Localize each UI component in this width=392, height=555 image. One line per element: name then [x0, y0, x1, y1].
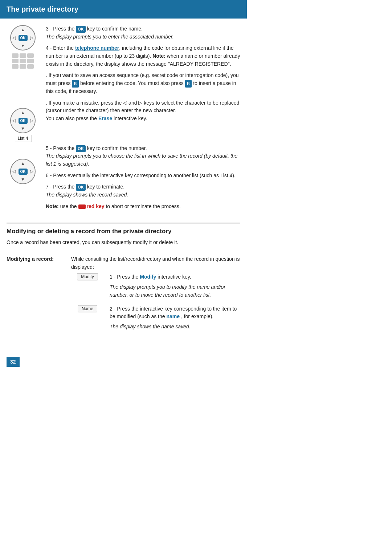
ok-badge-3: OK [76, 26, 86, 33]
keypad-key [12, 64, 19, 69]
ok-button-3[interactable]: OK [19, 169, 28, 175]
modify-record-right: While consulting the list/record/directo… [71, 255, 240, 333]
r-symbol-2: R [185, 80, 192, 88]
device-1: ▲ ▼ ◁ ▷ OK [10, 25, 36, 69]
step5-italic: The display prompts you to choose the li… [46, 153, 237, 167]
left-illustrations: ▲ ▼ ◁ ▷ OK [7, 25, 39, 214]
r-symbol-1: R [72, 80, 79, 88]
step5-text: 5 - Press the OK key to confirm the numb… [46, 145, 240, 168]
erase-label: Erase [98, 116, 112, 121]
ok-badge-7: OK [76, 184, 86, 191]
ok-badge-5: OK [76, 145, 86, 152]
keypad-1 [12, 53, 34, 69]
modify-blue-label: Modify [140, 274, 156, 280]
modify-step1-row: Modify 1 - Press the Modify interactive … [71, 273, 240, 301]
step4-mistake: . If you make a mistake, press the ◁ and… [46, 99, 240, 123]
right-arrow-char: ▷ [138, 100, 142, 106]
list4-label: List 4 [14, 135, 32, 142]
ok-button-2[interactable]: OK [19, 118, 28, 124]
page-header: The private directory [0, 0, 247, 19]
step4-access: . If you want to save an access sequence… [46, 72, 240, 95]
modify-step2-italic: The display shows the name saved. [110, 323, 240, 331]
modify-step2-row: Name 2 - Press the interactive key corre… [71, 305, 240, 333]
arrow-right-2: ▷ [30, 118, 33, 123]
keypad-key [20, 64, 26, 69]
nav-ring-1: ▲ ▼ ◁ ▷ OK [10, 25, 36, 50]
right-text-section: 3 - Press the OK key to confirm the name… [46, 25, 240, 214]
name-btn-col: Name [71, 305, 104, 315]
step4-note-bold: Note: [152, 53, 166, 59]
red-key-text: red key [87, 203, 105, 209]
arrow-up-2: ▲ [21, 110, 25, 115]
red-key-icon [78, 204, 86, 209]
arrow-left-3: ◁ [12, 169, 16, 174]
modify-step1-italic: The display prompts you to modify the na… [110, 283, 240, 299]
arrow-up-1: ▲ [21, 27, 25, 32]
arrow-left-2: ◁ [12, 118, 16, 123]
modify-record-row: Modifying a record: While consulting the… [7, 252, 240, 337]
step6-text: 6 - Press eventually the interactive key… [46, 172, 240, 180]
ok-button-1[interactable]: OK [19, 35, 28, 41]
arrow-up-3: ▲ [21, 161, 25, 166]
step4-text: 4 - Enter the telephone number, includin… [46, 44, 240, 68]
nav-ring-3: ▲ ▼ ◁ ▷ OK [10, 159, 36, 184]
left-arrow-char: ◁ [123, 100, 127, 106]
keypad-key [27, 64, 34, 69]
keypad-key [12, 59, 19, 63]
arrow-right-3: ▷ [30, 169, 33, 174]
arrow-left-1: ◁ [12, 35, 16, 40]
keypad-key [20, 53, 26, 58]
arrow-right-1: ▷ [30, 35, 33, 40]
step7-note: Note: use the red key to abort or termin… [46, 203, 240, 211]
section2-intro: Once a record has been created, you can … [7, 239, 240, 247]
device-3: ▲ ▼ ◁ ▷ OK [10, 159, 36, 184]
modify-record-label: Modifying a record: [7, 255, 65, 262]
keypad-key [12, 53, 19, 58]
arrow-down-1: ▼ [21, 43, 25, 48]
keypad-key [27, 59, 34, 63]
arrow-down-3: ▼ [21, 177, 25, 182]
modify-record-desc: While consulting the list/record/directo… [71, 255, 240, 271]
name-bold-label: name [166, 313, 180, 319]
two-col-section: Modifying a record: While consulting the… [7, 252, 240, 337]
step3-italic: The display prompts you to enter the ass… [46, 34, 174, 40]
keypad-key [20, 59, 26, 63]
modify-btn-col: Modify [71, 273, 104, 283]
step3-text: 3 - Press the OK key to confirm the name… [46, 25, 240, 41]
modify-step2-text: 2 - Press the interactive key correspond… [110, 305, 240, 333]
section2-heading: Modifying or deleting a record from the … [7, 228, 240, 235]
keypad-key [27, 53, 34, 58]
step7-note-bold: Note: [46, 203, 59, 209]
modify-button[interactable]: Modify [77, 273, 98, 280]
telephone-number-label: telephone number [75, 45, 119, 51]
arrow-down-2: ▼ [21, 126, 25, 131]
nav-ring-2: ▲ ▼ ◁ ▷ OK [10, 108, 36, 133]
name-button[interactable]: Name [78, 305, 97, 312]
step7-italic: The display shows the record saved. [46, 192, 128, 198]
section-divider [7, 223, 240, 223]
page-number: 32 [7, 357, 20, 367]
modify-step1-text: 1 - Press the Modify interactive key. Th… [110, 273, 240, 301]
page-number-container: 32 [7, 348, 240, 367]
page-title: The private directory [7, 5, 78, 13]
device-2: ▲ ▼ ◁ ▷ OK List 4 [10, 108, 36, 142]
step7-text: 7 - Press the OK key to terminate. The d… [46, 183, 240, 199]
